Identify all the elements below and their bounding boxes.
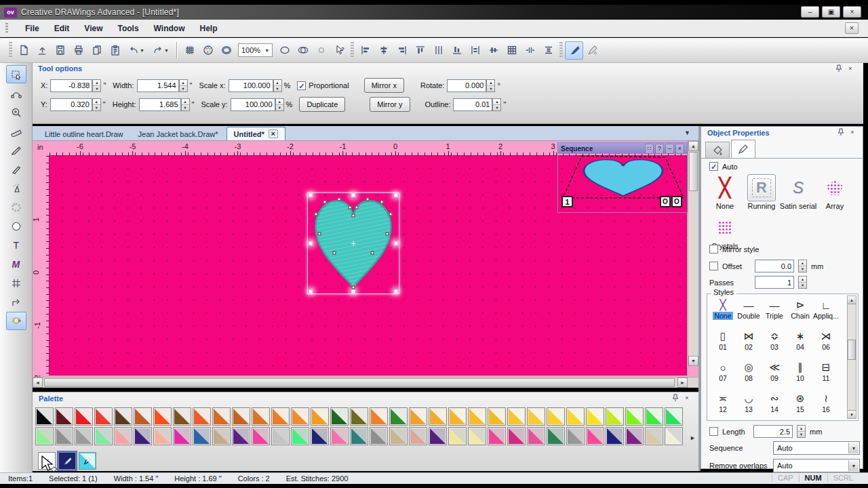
- style-01[interactable]: ▯01: [710, 329, 736, 351]
- menu-item-window[interactable]: Window: [146, 22, 193, 35]
- mirror-x-button[interactable]: Mirror x: [364, 78, 404, 93]
- color-swatch[interactable]: [173, 407, 191, 426]
- scroll-down-icon[interactable]: ▼: [848, 410, 856, 418]
- outline-pen-button[interactable]: [583, 41, 601, 60]
- proportional-checkbox[interactable]: ✓: [297, 81, 306, 90]
- pattern-flower-tool[interactable]: [6, 198, 26, 216]
- close-icon[interactable]: ×: [846, 64, 855, 73]
- select-rectangle-tool[interactable]: [6, 65, 26, 83]
- text-tool-tool[interactable]: T: [6, 236, 26, 254]
- sequence-button-1[interactable]: ?: [655, 144, 664, 154]
- heart-node-point[interactable]: [370, 251, 374, 255]
- length-spinner[interactable]: ▲▼: [797, 425, 806, 438]
- tab-outline-properties[interactable]: [731, 140, 755, 158]
- hoop-button[interactable]: [217, 41, 235, 60]
- center-horizontal-button[interactable]: [374, 41, 393, 60]
- heart-node-point[interactable]: [333, 251, 336, 255]
- style-06[interactable]: ⋊06: [813, 329, 839, 351]
- height-input[interactable]: [139, 98, 181, 111]
- color-swatch[interactable]: [586, 407, 604, 426]
- close-button[interactable]: ×: [843, 6, 861, 18]
- color-swatch[interactable]: [35, 427, 54, 445]
- mirror-y-button[interactable]: Mirror y: [370, 97, 410, 112]
- y-spinner[interactable]: ▲▼: [92, 98, 101, 111]
- align-top-button[interactable]: [411, 41, 429, 60]
- style-none[interactable]: ╳None: [710, 298, 736, 320]
- style-11[interactable]: ⊟11: [813, 361, 839, 382]
- connector-tool-tool[interactable]: [6, 293, 26, 311]
- color-swatch[interactable]: [193, 427, 211, 445]
- new-document-button[interactable]: [14, 41, 33, 60]
- color-swatch[interactable]: [350, 407, 368, 426]
- color-swatch[interactable]: [566, 407, 585, 426]
- heart-node-point[interactable]: [323, 200, 327, 203]
- remove-overlaps-dropdown[interactable]: Auto ▼: [773, 459, 860, 472]
- style-08[interactable]: ◎08: [736, 361, 762, 382]
- color-swatch[interactable]: [330, 407, 349, 426]
- style-12[interactable]: ≍12: [710, 392, 736, 413]
- zoom-level-dropdown[interactable]: 100%▼: [238, 43, 273, 57]
- palette-scroll-right-icon[interactable]: ►: [690, 434, 696, 441]
- chevron-down-icon[interactable]: ▼: [848, 460, 859, 471]
- y-input[interactable]: [50, 98, 92, 111]
- no-color-swatch[interactable]: ×: [38, 452, 56, 470]
- color-swatch[interactable]: [389, 427, 408, 445]
- color-swatch[interactable]: [468, 407, 486, 426]
- heart-node-point[interactable]: [389, 213, 393, 216]
- open-design-button[interactable]: [33, 41, 51, 60]
- scroll-right-icon[interactable]: ►: [677, 378, 688, 388]
- color-swatch[interactable]: [271, 427, 290, 445]
- color-swatch[interactable]: [134, 427, 152, 445]
- selection-handle[interactable]: [309, 241, 313, 245]
- style-04[interactable]: ∗04: [787, 329, 813, 351]
- stitch-type-none[interactable]: ╳None: [707, 174, 743, 210]
- heart-node-point[interactable]: [352, 286, 355, 289]
- color-swatch[interactable]: [429, 407, 447, 426]
- color-swatch[interactable]: [75, 427, 93, 445]
- sequence-button-0[interactable]: ∷: [645, 144, 654, 154]
- color-swatch[interactable]: [448, 407, 467, 426]
- styles-scrollbar[interactable]: ▲ ▼: [847, 296, 856, 419]
- width-input[interactable]: [137, 79, 179, 92]
- color-swatch[interactable]: [606, 427, 624, 445]
- distribute-small-button[interactable]: [521, 41, 539, 60]
- outline-spinner[interactable]: ▲▼: [492, 98, 501, 111]
- color-swatch[interactable]: [55, 407, 73, 426]
- minimize-button[interactable]: –: [801, 6, 819, 18]
- copy-button[interactable]: [87, 41, 106, 60]
- color-swatch[interactable]: [75, 407, 93, 426]
- color-swatch[interactable]: [94, 407, 113, 426]
- style-02[interactable]: ⋈02: [736, 329, 762, 351]
- color-swatch[interactable]: [488, 407, 506, 426]
- style-16[interactable]: ≀16: [813, 392, 839, 413]
- align-bottom-button[interactable]: [448, 41, 466, 60]
- heart-node-point[interactable]: [366, 197, 370, 201]
- color-swatch[interactable]: [527, 427, 545, 445]
- color-swatch[interactable]: [114, 427, 132, 445]
- heart-node-point[interactable]: [380, 200, 383, 203]
- color-swatch[interactable]: [488, 427, 506, 445]
- tool-palette-expand-icon[interactable]: »: [18, 317, 21, 324]
- document-tab-1[interactable]: Jean Jacket back.Draw*: [132, 128, 225, 140]
- color-swatch[interactable]: [114, 407, 132, 426]
- ellipse-outline-button[interactable]: [275, 41, 294, 60]
- selection-handle[interactable]: [394, 289, 398, 293]
- pin-icon[interactable]: [836, 128, 846, 136]
- color-swatch[interactable]: [645, 407, 663, 426]
- auto-checkbox[interactable]: ✓: [709, 162, 718, 171]
- color-swatch[interactable]: [55, 427, 73, 445]
- sequence-item-number[interactable]: 1: [561, 196, 573, 207]
- color-swatch[interactable]: [507, 427, 526, 445]
- sequence-item-preview[interactable]: [561, 155, 685, 199]
- distribute-columns-button[interactable]: [429, 41, 448, 60]
- color-swatch[interactable]: [153, 407, 172, 426]
- knife-tool[interactable]: [6, 160, 26, 178]
- selected-heart-object[interactable]: +: [311, 195, 396, 291]
- passes-spinner[interactable]: ▲▼: [798, 276, 807, 289]
- color-swatch[interactable]: [507, 407, 526, 426]
- color-swatch[interactable]: [527, 407, 545, 426]
- print-button[interactable]: [69, 41, 87, 60]
- color-swatch[interactable]: [193, 407, 211, 426]
- zoom-tool[interactable]: [6, 103, 26, 121]
- offset-checkbox[interactable]: [709, 262, 718, 270]
